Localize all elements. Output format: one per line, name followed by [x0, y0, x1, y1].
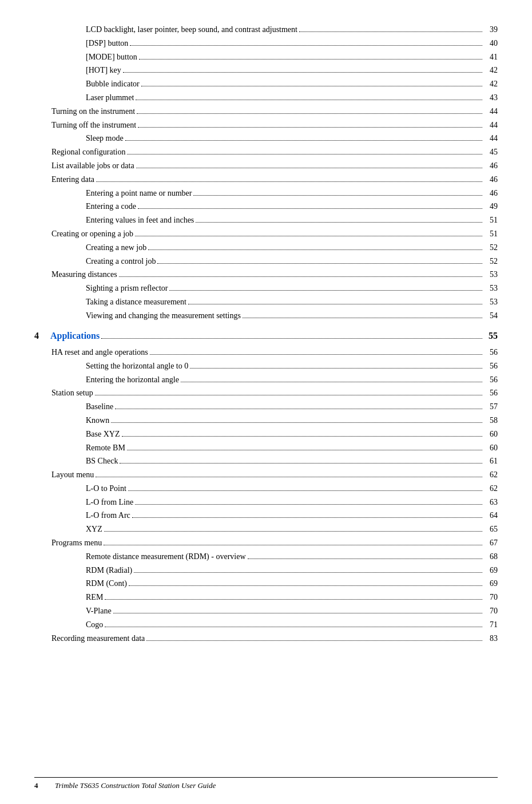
toc-page-turnoff: 44	[484, 118, 498, 132]
toc-label-feet: Entering values in feet and inches	[86, 213, 194, 227]
toc-page-cogo: 71	[484, 618, 498, 632]
toc-label-lcd: LCD backlight, laser pointer, beep sound…	[86, 23, 297, 37]
toc-label-turnon: Turning on the instrument	[51, 105, 135, 118]
toc-dots-taking	[188, 304, 482, 304]
toc-dots-haenter	[181, 382, 482, 382]
toc-row-lcd: LCD backlight, laser pointer, beep sound…	[34, 23, 498, 37]
toc-page-lofromarc: 64	[484, 509, 498, 522]
toc-label-turnoff: Turning off the instrument	[51, 118, 136, 132]
toc-label-bubble: Bubble indicator	[86, 77, 140, 91]
toc-page-code: 49	[484, 200, 498, 213]
toc-label-vplane: V-Plane	[86, 604, 112, 618]
toc-page-rem: 70	[484, 591, 498, 604]
toc-row-controljob: Creating a control job 52	[34, 255, 498, 268]
toc-page-turnon: 44	[484, 105, 498, 118]
toc-label-layout: Layout menu	[51, 468, 94, 482]
toc-page-pointname: 46	[484, 187, 498, 200]
toc-row-baseline: Baseline 57	[34, 400, 498, 414]
toc-label-ha: HA reset and angle operations	[51, 346, 148, 359]
toc-label-remotebm: Remote BM	[86, 441, 125, 455]
toc-label-programs: Programs menu	[51, 536, 102, 550]
toc-dots-cogo	[105, 627, 482, 627]
toc-row-vplane: V-Plane 70	[34, 604, 498, 618]
toc-dots-laser	[136, 100, 482, 100]
toc-page-xyz: 65	[484, 522, 498, 536]
toc-row-xyz: XYZ 65	[34, 522, 498, 536]
toc-page-bscheck: 61	[484, 454, 498, 468]
toc-page-baseline: 57	[484, 400, 498, 414]
toc-page-rdmoverview: 68	[484, 550, 498, 564]
toc-row-feet: Entering values in feet and inches 51	[34, 213, 498, 227]
toc-page-hot: 42	[484, 64, 498, 77]
toc-page-laser: 43	[484, 91, 498, 105]
toc-dots-basexyz	[122, 436, 483, 437]
toc-row-cogo: Cogo 71	[34, 618, 498, 632]
toc-label-sighting: Sighting a prism reflector	[86, 282, 168, 295]
toc-dots-recording	[146, 640, 482, 641]
toc-label-bscheck: BS Check	[86, 454, 118, 468]
toc-page-remotebm: 60	[484, 441, 498, 455]
toc-dots-code	[138, 208, 482, 209]
toc-page-bubble: 42	[484, 77, 498, 91]
toc-page-creating: 51	[484, 227, 498, 241]
toc-dots-controljob	[157, 263, 482, 264]
footer-page-num: 4	[34, 781, 46, 790]
toc-page-station: 56	[484, 386, 498, 400]
toc-dots-hot	[123, 72, 482, 73]
toc-dots-list	[136, 168, 482, 168]
toc-label-regional: Regional configuration	[51, 145, 125, 159]
toc-row-rdmoverview: Remote distance measurement (RDM) - over…	[34, 550, 498, 564]
toc-dots-xyz	[104, 531, 482, 532]
toc-dots-entering	[96, 181, 482, 182]
toc-page-ha0: 56	[484, 359, 498, 373]
toc-row-sleep: Sleep mode 44	[34, 132, 498, 145]
toc-label-sleep: Sleep mode	[86, 132, 124, 145]
toc-label-newjob: Creating a new job	[86, 241, 146, 255]
toc-label-list: List available jobs or data	[51, 159, 134, 173]
toc-row-ha: HA reset and angle operations 56	[34, 346, 498, 359]
toc-label-haenter: Entering the horizontal angle	[86, 373, 179, 387]
chapter-4-title: Applications	[50, 327, 100, 344]
toc-page-entering: 46	[484, 173, 498, 187]
toc-dots-mode	[139, 59, 482, 60]
toc-label-laser: Laser plummet	[86, 91, 134, 105]
toc-label-measuring: Measuring distances	[51, 268, 117, 282]
toc-row-regional: Regional configuration 45	[34, 145, 498, 159]
toc-row-entering: Entering data 46	[34, 173, 498, 187]
toc-page-rdmradial: 69	[484, 564, 498, 577]
toc-row-turnon: Turning on the instrument 44	[34, 105, 498, 118]
toc-row-rdmcont: RDM (Cont) 69	[34, 577, 498, 591]
toc-row-dsp: [DSP] button 40	[34, 37, 498, 50]
toc-row-sighting: Sighting a prism reflector 53	[34, 282, 498, 295]
toc-dots-rdmcont	[129, 585, 482, 586]
toc-label-known: Known	[86, 414, 109, 427]
toc-dots-baseline	[115, 409, 482, 409]
toc-dots-turnoff	[138, 127, 482, 128]
toc-dots-lcd	[299, 31, 482, 32]
chapter-4-page: 55	[484, 327, 498, 344]
toc-row-bubble: Bubble indicator 42	[34, 77, 498, 91]
page-footer: 4 Trimble TS635 Construction Total Stati…	[34, 777, 498, 790]
toc-dots-newjob	[148, 249, 482, 250]
toc-label-xyz: XYZ	[86, 522, 102, 536]
toc-dots-rem	[105, 599, 482, 600]
toc-container: LCD backlight, laser pointer, beep sound…	[34, 23, 498, 645]
toc-label-controljob: Creating a control job	[86, 255, 156, 268]
toc-page-rdmcont: 69	[484, 577, 498, 591]
toc-label-rdmoverview: Remote distance measurement (RDM) - over…	[86, 550, 246, 564]
toc-row-hot: [HOT] key 42	[34, 64, 498, 77]
toc-label-creating: Creating or opening a job	[51, 227, 133, 241]
toc-label-rdmradial: RDM (Radial)	[86, 564, 132, 577]
toc-label-recording: Recording measurement data	[51, 632, 145, 645]
toc-page-basexyz: 60	[484, 427, 498, 441]
toc-label-entering: Entering data	[51, 173, 94, 187]
toc-dots-known	[111, 422, 482, 423]
toc-row-haenter: Entering the horizontal angle 56	[34, 373, 498, 387]
toc-label-ha0: Setting the horizontal angle to 0	[86, 359, 188, 373]
toc-dots-layout	[96, 477, 482, 477]
toc-row-pointname: Entering a point name or number 46	[34, 187, 498, 200]
toc-page-layout: 62	[484, 468, 498, 482]
toc-dots-turnon	[137, 113, 482, 114]
toc-page-measuring: 53	[484, 268, 498, 282]
toc-dots-programs	[104, 545, 482, 545]
